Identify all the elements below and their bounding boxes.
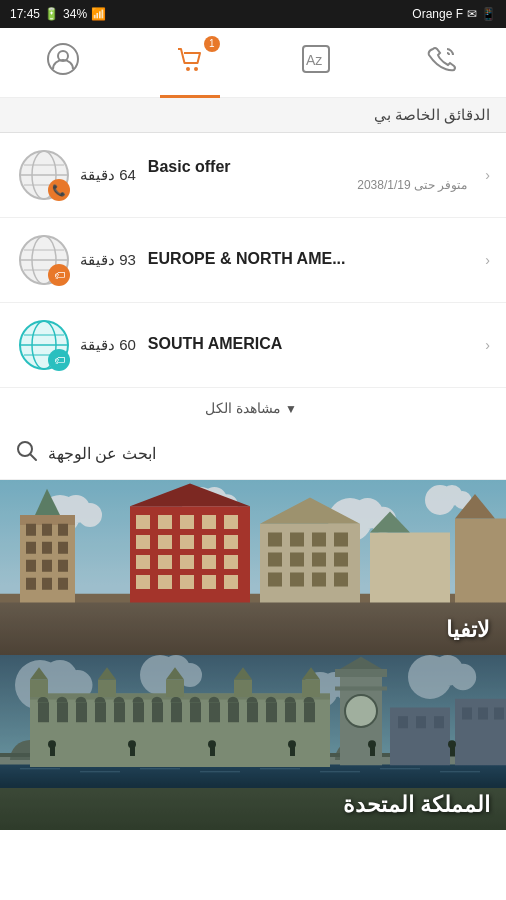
chevron-down-icon: ▼ [285,402,297,416]
chevron-icon-south: ‹ [485,337,490,353]
destination-label-uk: المملكة المتحدة [343,792,490,818]
offer-title-basic: Basic offer [148,158,467,176]
battery-icon: 🔋 [44,7,59,21]
sim-icon: 📱 [481,7,496,21]
svg-point-2 [186,67,190,71]
cart-icon [174,43,206,82]
svg-point-3 [194,67,198,71]
nav-tab-profile[interactable] [23,28,103,98]
chevron-icon-basic: ‹ [485,167,490,183]
offer-title-south: SOUTH AMERICA [148,335,467,353]
offer-text-south: SOUTH AMERICA [136,335,479,355]
view-all-label: مشاهدة الكل [205,400,281,416]
chevron-icon-europe: ‹ [485,252,490,268]
search-label: ابحث عن الوجهة [48,444,156,463]
offer-minutes-europe: 93 دقيقة [80,251,136,269]
badge-tag-europe: 🏷 [48,264,70,286]
section-title: الدقائق الخاصة بي [374,106,490,123]
battery-level: 34% [63,7,87,21]
svg-text:Az: Az [306,52,322,68]
offer-minutes-south: 60 دقيقة [80,336,136,354]
offer-row-basic[interactable]: ‹ Basic offer متوفر حتى 2038/1/19 64 دقي… [0,133,506,218]
section-header: الدقائق الخاصة بي [0,98,506,133]
offer-icon-europe: 🏷 [16,232,72,288]
nav-tab-phone[interactable] [403,28,483,98]
destination-card-latvia[interactable]: لاتفيا [0,480,506,655]
status-bar-right: Orange F ✉ 📱 [412,7,496,21]
badge-phone-basic: 📞 [48,179,70,201]
cart-badge: 1 [204,36,220,52]
view-all-button[interactable]: ▼ مشاهدة الكل [0,388,506,428]
destination-label-latvia: لاتفيا [446,617,490,643]
status-bar: 17:45 🔋 34% 📶 Orange F ✉ 📱 [0,0,506,28]
badge-tag-south: 🏷 [48,349,70,371]
offer-title-europe: EUROPE & NORTH AME... [148,250,467,268]
az-icon: Az [300,43,332,82]
destination-image-latvia [0,480,506,655]
carrier-name: Orange F [412,7,463,21]
nav-tab-cart[interactable]: 1 [150,28,230,98]
offer-subtitle-basic: متوفر حتى 2038/1/19 [148,178,467,192]
status-time: 17:45 [10,7,40,21]
offer-row-south-america[interactable]: ‹ SOUTH AMERICA 60 دقيقة 🏷 [0,303,506,388]
search-icon[interactable] [16,440,38,467]
nav-tab-az[interactable]: Az [276,28,356,98]
destination-card-uk[interactable]: المملكة المتحدة [0,655,506,830]
offer-icon-basic: 📞 [16,147,72,203]
offer-minutes-basic: 64 دقيقة [80,166,136,184]
top-navigation: 1 Az [0,28,506,98]
offer-text-basic: Basic offer متوفر حتى 2038/1/19 [136,158,479,192]
profile-icon [47,43,79,82]
search-section[interactable]: ابحث عن الوجهة [0,428,506,480]
mail-icon: ✉ [467,7,477,21]
svg-line-22 [30,454,36,460]
signal-icon: 📶 [91,7,106,21]
offer-row-europe[interactable]: ‹ EUROPE & NORTH AME... 93 دقيقة 🏷 [0,218,506,303]
phone-icon [427,43,459,82]
offer-icon-south: 🏷 [16,317,72,373]
offer-text-europe: EUROPE & NORTH AME... [136,250,479,270]
status-bar-left: 17:45 🔋 34% 📶 [10,7,106,21]
